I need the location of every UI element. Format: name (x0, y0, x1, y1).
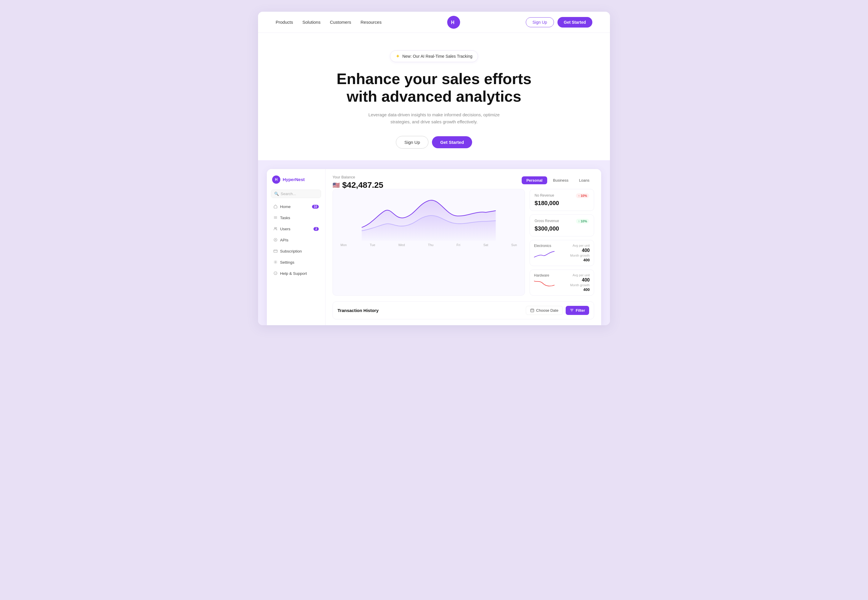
sidebar-users-label: Users (280, 227, 290, 231)
nav-solutions[interactable]: Solutions (303, 20, 321, 24)
balance-value: $42,487.25 (342, 180, 383, 190)
transaction-header: Transaction History Choose Date Filter (337, 306, 589, 315)
svg-text:H: H (451, 20, 455, 25)
sub-stat-electronics: Electronics Avg per unit 400 (530, 240, 594, 266)
sidebar-item-apis[interactable]: APIs (271, 236, 321, 245)
tab-loans[interactable]: Loans (575, 176, 594, 184)
nav-links: Products Solutions Customers Resources (276, 20, 382, 24)
announcement-badge: ✦ New: Our AI Real-Time Sales Tracking (390, 50, 478, 62)
tab-personal[interactable]: Personal (522, 176, 547, 184)
main-content: Your Balance 🇺🇸 $42,487.25 Personal Busi… (325, 169, 601, 325)
svg-text:?: ? (275, 272, 276, 274)
arrow-up-icon-green: ↑ (578, 220, 580, 223)
filter-button[interactable]: Filter (565, 306, 589, 315)
revenue-chart (337, 194, 520, 241)
chart-label-sat: Sat (483, 243, 488, 247)
search-box[interactable]: 🔍 Search... (271, 189, 321, 198)
nav-customers[interactable]: Customers (330, 20, 351, 24)
stat-card-gross-revenue: Gross Revenue ↑ 10% $300,000 (530, 214, 594, 236)
nav-products[interactable]: Products (276, 20, 293, 24)
stat-card-no-revenue: No Revenue ↑ 10% $180,000 (530, 189, 594, 211)
sub-stat-hardware: Hardware Avg per unit 400 Mon (530, 270, 594, 295)
dashboard-preview: H HyperNest 🔍 Search... Home 10 (258, 160, 610, 325)
choose-date-button[interactable]: Choose Date (526, 306, 563, 315)
gross-revenue-label: Gross Revenue (535, 219, 559, 223)
chart-label-mon: Mon (341, 243, 347, 247)
nav-resources[interactable]: Resources (360, 20, 382, 24)
chart-label-tue: Tue (370, 243, 375, 247)
calendar-icon (530, 308, 534, 312)
tasks-icon (273, 215, 278, 221)
sidebar-item-tasks[interactable]: Tasks (271, 213, 321, 223)
svg-rect-11 (531, 309, 534, 312)
filter-icon (570, 308, 574, 312)
help-icon: ? (273, 271, 278, 276)
sidebar-logo-text: HyperNest (283, 177, 305, 182)
svg-rect-7 (274, 250, 277, 252)
page-wrapper: Products Solutions Customers Resources H… (258, 12, 610, 325)
navbar: Products Solutions Customers Resources H… (258, 12, 610, 33)
no-revenue-badge: ↑ 10% (576, 193, 589, 198)
svg-point-8 (275, 261, 276, 263)
hero-actions: Sign Up Get Started (396, 136, 472, 148)
users-icon (273, 226, 278, 232)
sidebar-settings-label: Settings (280, 260, 295, 265)
logo-container: H (447, 16, 460, 29)
home-icon (273, 204, 278, 209)
sidebar-home-label: Home (280, 205, 290, 209)
flag-icon: 🇺🇸 (333, 182, 340, 189)
signup-button[interactable]: Sign Up (526, 17, 554, 27)
sidebar-subscription-label: Subscription (280, 249, 302, 253)
sidebar-logo-icon: H (272, 176, 280, 184)
chart-label-fri: Fri (457, 243, 461, 247)
search-placeholder: Search... (281, 192, 296, 196)
nav-actions: Sign Up Get Started (526, 17, 592, 27)
sidebar-item-home[interactable]: Home 10 (271, 202, 321, 212)
apis-icon (273, 238, 278, 243)
chart-label-thu: Thu (428, 243, 433, 247)
arrow-up-icon: ↑ (578, 194, 580, 197)
hero-section: ✦ New: Our AI Real-Time Sales Tracking E… (258, 33, 610, 160)
subscription-icon (273, 249, 278, 254)
settings-icon (273, 260, 278, 265)
sidebar-item-subscription[interactable]: Subscription (271, 247, 321, 256)
electronics-name: Electronics (534, 244, 555, 248)
get-started-button[interactable]: Get Started (558, 17, 592, 27)
hero-get-started-button[interactable]: Get Started (432, 136, 472, 148)
chart-label-sun: Sun (511, 243, 517, 247)
dashboard-card: H HyperNest 🔍 Search... Home 10 (267, 169, 601, 325)
sidebar-apis-label: APIs (280, 238, 289, 242)
chart-label-wed: Wed (398, 243, 405, 247)
sidebar-item-help[interactable]: ? Help & Support (271, 269, 321, 278)
chart-x-labels: Mon Tue Wed Thu Fri Sat Sun (337, 242, 520, 247)
transaction-actions: Choose Date Filter (526, 306, 589, 315)
stats-column: No Revenue ↑ 10% $180,000 Gross (530, 189, 594, 295)
search-icon: 🔍 (274, 192, 279, 196)
sidebar-tasks-label: Tasks (280, 216, 290, 220)
transaction-title: Transaction History (337, 308, 379, 313)
hardware-mini-chart (534, 278, 555, 289)
no-revenue-label: No Revenue (535, 193, 554, 197)
no-revenue-value: $180,000 (535, 200, 589, 206)
hero-subtitle: Leverage data-driven insights to make in… (363, 111, 505, 126)
tab-business[interactable]: Business (548, 176, 573, 184)
sidebar-item-users[interactable]: Users 2 (271, 224, 321, 234)
svg-point-5 (276, 227, 277, 228)
svg-point-4 (275, 227, 276, 229)
logo-icon: H (447, 16, 460, 29)
sidebar-users-badge: 2 (313, 227, 319, 231)
gross-revenue-value: $300,000 (535, 225, 589, 232)
star-icon: ✦ (395, 53, 400, 59)
sidebar-logo: H HyperNest (271, 174, 321, 188)
hero-signup-button[interactable]: Sign Up (396, 136, 429, 148)
hardware-name: Hardware (534, 273, 555, 277)
hero-title: Enhance your sales efforts with advanced… (337, 70, 532, 106)
sidebar: H HyperNest 🔍 Search... Home 10 (267, 169, 325, 325)
transaction-section: Transaction History Choose Date Filter (333, 302, 594, 319)
badge-text: New: Our AI Real-Time Sales Tracking (402, 54, 473, 59)
sidebar-item-settings[interactable]: Settings (271, 258, 321, 267)
electronics-mini-chart (534, 248, 555, 259)
sidebar-home-badge: 10 (312, 205, 319, 209)
chart-stats-row: Mon Tue Wed Thu Fri Sat Sun (333, 189, 594, 295)
chart-container: Mon Tue Wed Thu Fri Sat Sun (333, 189, 525, 295)
